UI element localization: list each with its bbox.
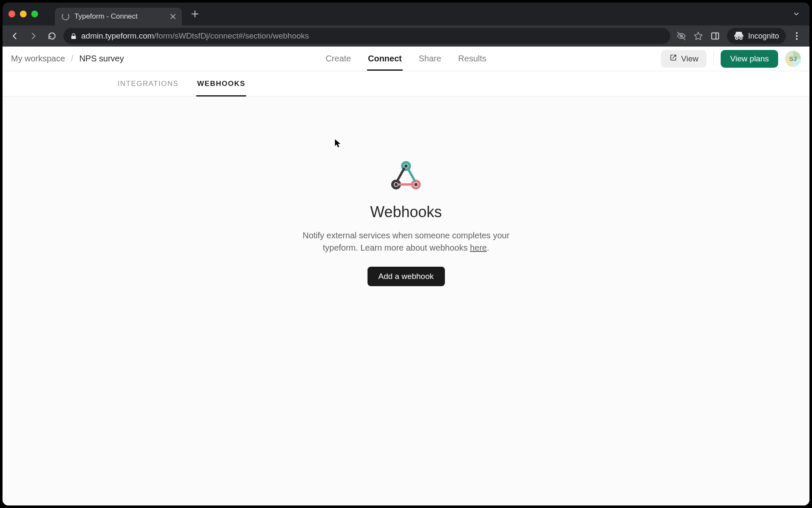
svg-point-3	[740, 37, 742, 39]
bookmark-star-icon[interactable]	[693, 31, 703, 41]
svg-rect-4	[735, 35, 743, 36]
app: My workspace / NPS survey Create Connect…	[3, 47, 809, 505]
tab-results[interactable]: Results	[457, 47, 487, 70]
main-tabs: Create Connect Share Results	[325, 47, 487, 70]
panel-desc-post: .	[487, 243, 489, 252]
tab-create[interactable]: Create	[325, 47, 352, 70]
form-name[interactable]: NPS survey	[79, 54, 124, 64]
minimize-window-icon[interactable]	[20, 11, 27, 17]
titlebar: Typeform - Connect	[3, 3, 809, 25]
incognito-label: Incognito	[748, 32, 779, 41]
forward-button[interactable]	[26, 29, 41, 43]
svg-point-9	[395, 183, 398, 186]
panel-icon[interactable]	[710, 31, 720, 41]
external-link-icon	[669, 54, 677, 64]
url-text: admin.typeform.com/form/sWDtsfDj/connect…	[81, 31, 309, 41]
svg-rect-1	[712, 33, 719, 39]
tabs-dropdown-icon[interactable]	[793, 10, 800, 19]
fullscreen-window-icon[interactable]	[31, 11, 38, 17]
svg-point-10	[414, 183, 418, 186]
webhooks-empty-state: Webhooks Notify external services when s…	[296, 160, 516, 286]
incognito-indicator[interactable]: Incognito	[727, 28, 786, 44]
view-plans-button[interactable]: View plans	[721, 50, 778, 68]
url-path: /form/sWDtsfDj/connect#/section/webhooks	[154, 31, 309, 40]
view-plans-label: View plans	[730, 54, 769, 64]
add-webhook-button[interactable]: Add a webhook	[368, 267, 445, 286]
browser-tab[interactable]: Typeform - Connect	[55, 8, 182, 25]
incognito-icon	[734, 30, 744, 42]
workspace-link[interactable]: My workspace	[11, 54, 65, 64]
back-button[interactable]	[8, 29, 22, 43]
reload-button[interactable]	[45, 29, 59, 43]
view-button[interactable]: View	[661, 50, 707, 68]
header-right: View View plans SJ	[661, 50, 801, 68]
mouse-cursor-icon	[335, 139, 341, 150]
view-button-label: View	[681, 54, 699, 64]
subtab-webhooks[interactable]: WEBHOOKS	[196, 72, 246, 96]
subtab-integrations[interactable]: INTEGRATIONS	[117, 72, 179, 96]
browser-toolbar: admin.typeform.com/form/sWDtsfDj/connect…	[3, 25, 809, 47]
learn-more-link[interactable]: here	[470, 243, 487, 252]
webhook-icon	[390, 160, 422, 192]
connect-sub-tabs: INTEGRATIONS WEBHOOKS	[3, 71, 809, 97]
content-area: Webhooks Notify external services when s…	[3, 97, 809, 505]
breadcrumb: My workspace / NPS survey	[11, 54, 124, 64]
tab-share[interactable]: Share	[418, 47, 442, 70]
panel-title: Webhooks	[296, 203, 516, 221]
divider	[713, 52, 714, 66]
svg-point-2	[735, 37, 738, 39]
add-webhook-label: Add a webhook	[379, 272, 434, 281]
browser-window: Typeform - Connect admin.typeform.com/fo…	[3, 3, 809, 505]
browser-menu-icon[interactable]	[793, 32, 801, 40]
lock-icon	[70, 33, 76, 39]
window-controls	[8, 11, 38, 17]
svg-point-8	[404, 164, 408, 168]
url-bar[interactable]: admin.typeform.com/form/sWDtsfDj/connect…	[63, 28, 670, 44]
eye-off-icon[interactable]	[676, 31, 686, 41]
breadcrumb-separator: /	[71, 54, 74, 64]
app-header: My workspace / NPS survey Create Connect…	[3, 47, 809, 71]
url-host: admin.typeform.com	[81, 31, 154, 40]
tab-title: Typeform - Connect	[74, 12, 165, 21]
tab-connect[interactable]: Connect	[367, 47, 403, 70]
toolbar-right: Incognito	[675, 28, 804, 44]
loading-spinner-icon	[62, 13, 69, 20]
avatar-initials: SJ	[789, 55, 797, 62]
close-window-icon[interactable]	[8, 11, 15, 17]
new-tab-button[interactable]	[189, 8, 201, 20]
panel-description: Notify external services when someone co…	[296, 229, 516, 254]
avatar[interactable]: SJ	[785, 51, 801, 67]
close-tab-icon[interactable]	[170, 14, 176, 19]
